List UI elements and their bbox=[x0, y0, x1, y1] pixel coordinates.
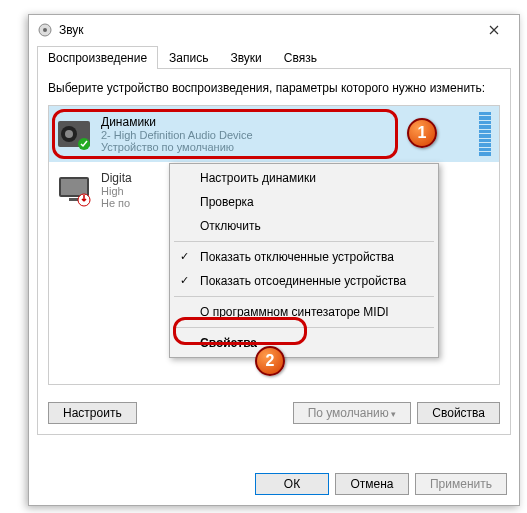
monitor-icon bbox=[57, 173, 91, 207]
playback-panel: Выберите устройство воспроизведения, пар… bbox=[37, 69, 511, 435]
tabs: Воспроизведение Запись Звуки Связь bbox=[37, 45, 511, 69]
apply-button[interactable]: Применить bbox=[415, 473, 507, 495]
sound-icon bbox=[37, 22, 53, 38]
separator bbox=[174, 327, 434, 328]
dialog-buttons: ОК Отмена Применить bbox=[255, 473, 507, 495]
device-item-speakers[interactable]: Динамики 2- High Definition Audio Device… bbox=[49, 106, 499, 162]
context-menu: Настроить динамики Проверка Отключить По… bbox=[169, 163, 439, 358]
ctx-midi[interactable]: О программном синтезаторе MIDI bbox=[170, 300, 438, 324]
instruction-text: Выберите устройство воспроизведения, пар… bbox=[48, 81, 500, 97]
ctx-properties[interactable]: Свойства bbox=[170, 331, 438, 355]
ctx-configure-speakers[interactable]: Настроить динамики bbox=[170, 166, 438, 190]
svg-rect-8 bbox=[69, 198, 79, 201]
properties-button[interactable]: Свойства bbox=[417, 402, 500, 424]
svg-rect-7 bbox=[61, 179, 87, 195]
ctx-show-disconnected[interactable]: Показать отсоединенные устройства bbox=[170, 269, 438, 293]
cancel-button[interactable]: Отмена bbox=[335, 473, 409, 495]
tab-sounds[interactable]: Звуки bbox=[219, 46, 272, 69]
device-list[interactable]: Динамики 2- High Definition Audio Device… bbox=[48, 105, 500, 385]
ok-button[interactable]: ОК bbox=[255, 473, 329, 495]
set-default-button[interactable]: По умолчанию bbox=[293, 402, 412, 424]
tab-communications[interactable]: Связь bbox=[273, 46, 328, 69]
svg-point-1 bbox=[43, 28, 47, 32]
ctx-disable[interactable]: Отключить bbox=[170, 214, 438, 238]
device-sub2: Устройство по умолчанию bbox=[101, 141, 473, 153]
panel-buttons: Настроить По умолчанию Свойства bbox=[48, 402, 500, 424]
separator bbox=[174, 241, 434, 242]
close-button[interactable] bbox=[471, 15, 517, 45]
sound-dialog: Звук Воспроизведение Запись Звуки Связь … bbox=[28, 14, 520, 506]
tab-recording[interactable]: Запись bbox=[158, 46, 219, 69]
device-text: Динамики 2- High Definition Audio Device… bbox=[101, 115, 473, 153]
ctx-show-disabled[interactable]: Показать отключенные устройства bbox=[170, 245, 438, 269]
separator bbox=[174, 296, 434, 297]
titlebar: Звук bbox=[29, 15, 519, 45]
device-sub1: 2- High Definition Audio Device bbox=[101, 129, 473, 141]
configure-button[interactable]: Настроить bbox=[48, 402, 137, 424]
window-title: Звук bbox=[59, 23, 471, 37]
level-meter bbox=[479, 112, 491, 156]
speaker-icon bbox=[57, 117, 91, 151]
ctx-test[interactable]: Проверка bbox=[170, 190, 438, 214]
device-name: Динамики bbox=[101, 115, 473, 129]
tab-playback[interactable]: Воспроизведение bbox=[37, 46, 158, 69]
svg-point-4 bbox=[65, 130, 73, 138]
